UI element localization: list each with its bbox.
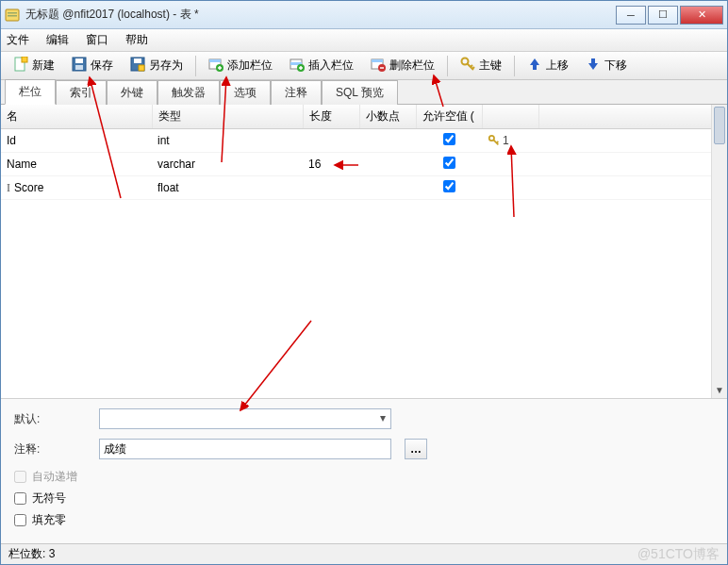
tab-options[interactable]: 选项	[220, 80, 271, 105]
cell-pk[interactable]	[482, 176, 538, 200]
toolbar-separator	[514, 56, 515, 76]
svg-rect-11	[209, 59, 221, 62]
app-icon	[5, 8, 20, 23]
key-icon	[460, 57, 475, 75]
col-name[interactable]: 名	[1, 105, 152, 129]
cell-allownull[interactable]	[416, 153, 482, 176]
default-select[interactable]	[99, 408, 391, 429]
minimize-button[interactable]: ─	[616, 6, 646, 25]
close-button[interactable]: ✕	[680, 6, 723, 25]
zerofill-checkbox[interactable]	[14, 514, 26, 526]
svg-rect-9	[134, 58, 141, 63]
autoinc-row: 自动递增	[14, 469, 714, 485]
app-window: 无标题 @nfit2017 (localhost) - 表 * ─ ☐ ✕ 文件…	[0, 0, 728, 565]
unsigned-checkbox[interactable]	[14, 492, 26, 505]
menu-bar: 文件 编辑 窗口 帮助	[1, 29, 727, 52]
tab-foreignkeys[interactable]: 外键	[107, 80, 157, 105]
fields-grid-wrap: 名 类型 长度 小数点 允许空值 ( Id int 1	[1, 105, 727, 399]
cell-length[interactable]: 16	[303, 153, 359, 176]
svg-rect-7	[75, 65, 83, 70]
window-title: 无标题 @nfit2017 (localhost) - 表 *	[25, 7, 616, 23]
menu-window[interactable]: 窗口	[86, 32, 108, 48]
new-icon	[13, 57, 28, 75]
menu-file[interactable]: 文件	[7, 32, 29, 48]
allownull-checkbox[interactable]	[443, 180, 455, 192]
vertical-scrollbar[interactable]: ▲ ▼	[711, 105, 727, 398]
deletefield-button[interactable]: 删除栏位	[364, 55, 441, 77]
addfield-button[interactable]: 添加栏位	[202, 55, 279, 77]
toolbar-separator	[195, 56, 196, 76]
allownull-checkbox[interactable]	[443, 157, 455, 169]
svg-rect-4	[22, 57, 27, 62]
scroll-thumb[interactable]	[714, 107, 725, 144]
cell-name[interactable]: Name	[1, 153, 152, 176]
cell-allownull[interactable]	[416, 176, 482, 200]
col-length[interactable]: 长度	[303, 105, 359, 129]
col-decimals[interactable]: 小数点	[359, 105, 416, 129]
cell-allownull[interactable]	[416, 129, 482, 153]
tab-indexes[interactable]: 索引	[56, 80, 107, 105]
cell-length[interactable]	[303, 129, 359, 153]
saveas-icon	[130, 57, 145, 75]
fields-grid[interactable]: 名 类型 长度 小数点 允许空值 ( Id int 1	[1, 105, 727, 200]
table-row[interactable]: Id int 1	[1, 129, 727, 153]
movedown-button[interactable]: 下移	[579, 55, 634, 77]
cell-decimals[interactable]	[359, 153, 416, 176]
scroll-down-icon[interactable]: ▼	[712, 382, 727, 398]
table-row[interactable]: Name varchar 16	[1, 153, 727, 176]
col-key[interactable]	[482, 105, 538, 129]
col-type[interactable]: 类型	[152, 105, 303, 129]
comment-input[interactable]	[99, 439, 391, 459]
insertfield-icon	[290, 57, 305, 75]
status-bar: 栏位数: 3 @51CTO博客	[1, 543, 727, 564]
tab-strip: 栏位 索引 外键 触发器 选项 注释 SQL 预览	[1, 80, 727, 105]
primarykey-button[interactable]: 主键	[454, 55, 508, 77]
cell-name[interactable]: Id	[1, 129, 152, 153]
grid-header-row: 名 类型 长度 小数点 允许空值 (	[1, 105, 727, 129]
status-fieldcount: 栏位数: 3	[8, 546, 55, 562]
toolbar: 新建 保存 另存为 添加栏位 插入栏位 删除栏位 主键 上移 下移	[1, 52, 727, 80]
tab-comment[interactable]: 注释	[271, 80, 322, 105]
unsigned-row[interactable]: 无符号	[14, 490, 714, 507]
allownull-checkbox[interactable]	[443, 133, 455, 145]
cell-type[interactable]: float	[152, 176, 303, 200]
cell-decimals[interactable]	[359, 176, 416, 200]
tab-fields[interactable]: 栏位	[5, 79, 56, 105]
svg-rect-1	[8, 12, 17, 14]
new-button[interactable]: 新建	[7, 55, 61, 77]
save-icon	[72, 57, 87, 75]
tab-triggers[interactable]: 触发器	[157, 80, 220, 105]
tab-sqlpreview[interactable]: SQL 预览	[322, 80, 398, 105]
cell-pk[interactable]	[482, 153, 538, 176]
arrow-down-icon	[586, 57, 601, 75]
cell-type[interactable]: varchar	[152, 153, 303, 176]
field-properties: 默认: 注释: … 自动递增 无符号 填充零	[1, 399, 727, 543]
moveup-button[interactable]: 上移	[521, 55, 575, 77]
cell-pk[interactable]: 1	[482, 129, 538, 153]
content-area: 名 类型 长度 小数点 允许空值 ( Id int 1	[1, 105, 727, 543]
toolbar-separator	[447, 56, 448, 76]
table-row[interactable]: Score float	[1, 176, 727, 200]
col-allownull[interactable]: 允许空值 (	[416, 105, 482, 129]
zerofill-row[interactable]: 填充零	[14, 512, 714, 528]
insertfield-button[interactable]: 插入栏位	[283, 55, 360, 77]
comment-more-button[interactable]: …	[405, 439, 427, 459]
save-button[interactable]: 保存	[65, 55, 120, 77]
default-label: 默认:	[14, 411, 90, 427]
cell-name[interactable]: Score	[1, 176, 152, 200]
svg-rect-2	[8, 15, 17, 17]
saveas-button[interactable]: 另存为	[124, 55, 190, 77]
svg-rect-6	[75, 58, 83, 63]
addfield-icon	[208, 57, 223, 75]
deletefield-icon	[371, 57, 386, 75]
arrow-up-icon	[527, 57, 542, 75]
watermark: @51CTO博客	[637, 546, 720, 563]
cell-length[interactable]	[303, 176, 359, 200]
key-icon	[488, 134, 501, 147]
menu-edit[interactable]: 编辑	[46, 32, 69, 48]
cell-type[interactable]: int	[152, 129, 303, 153]
maximize-button[interactable]: ☐	[648, 6, 678, 25]
menu-help[interactable]: 帮助	[125, 32, 148, 48]
svg-rect-17	[372, 59, 383, 62]
cell-decimals[interactable]	[359, 129, 416, 153]
